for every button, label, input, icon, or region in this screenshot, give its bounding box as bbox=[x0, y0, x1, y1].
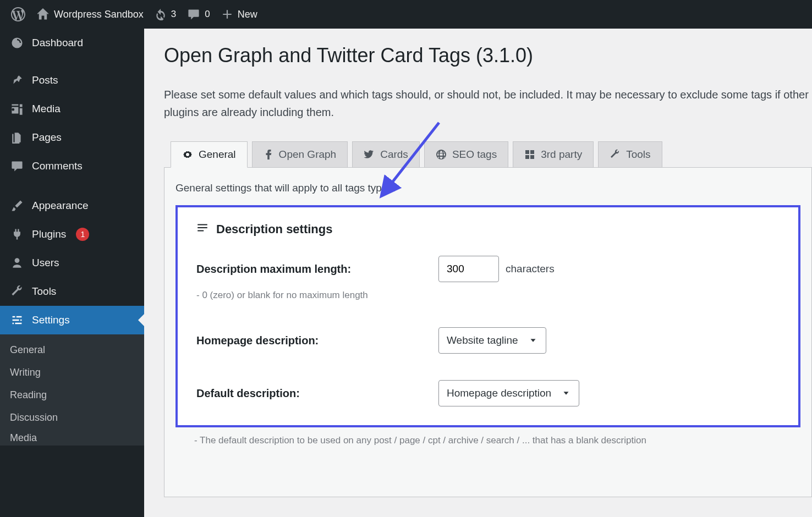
submenu-writing[interactable]: Writing bbox=[0, 361, 144, 384]
section-title: Description settings bbox=[196, 222, 780, 237]
section-title-text: Description settings bbox=[216, 222, 332, 237]
default-desc-value: Homepage description bbox=[447, 387, 551, 399]
tab-seo-tags[interactable]: SEO tags bbox=[424, 141, 508, 168]
sidebar-item-comments[interactable]: Comments bbox=[0, 152, 144, 180]
tab-cards[interactable]: Cards bbox=[352, 141, 420, 168]
tab-label: General bbox=[199, 148, 236, 161]
update-icon bbox=[155, 8, 167, 20]
dashboard-icon bbox=[10, 36, 24, 50]
chevron-down-icon bbox=[561, 388, 571, 398]
tab-3rd-party[interactable]: 3rd party bbox=[513, 141, 594, 168]
lines-icon bbox=[196, 222, 209, 237]
sidebar-item-plugins[interactable]: Plugins 1 bbox=[0, 220, 144, 249]
globe-icon bbox=[436, 149, 447, 160]
wp-logo-item[interactable] bbox=[6, 0, 31, 29]
sidebar-item-settings[interactable]: Settings bbox=[0, 306, 144, 334]
sidebar-item-label: Plugins bbox=[32, 228, 66, 240]
submenu-discussion[interactable]: Discussion bbox=[0, 406, 144, 429]
new-label: New bbox=[238, 9, 257, 20]
brush-icon bbox=[10, 199, 24, 213]
panel-subtitle: General settings that will apply to all … bbox=[175, 182, 800, 194]
tab-label: Open Graph bbox=[279, 148, 337, 161]
tab-general[interactable]: General bbox=[171, 141, 248, 168]
sidebar-item-label: Settings bbox=[32, 314, 70, 326]
sidebar-item-label: Tools bbox=[32, 285, 56, 298]
plugins-badge: 1 bbox=[76, 228, 89, 241]
max-length-input[interactable] bbox=[438, 256, 499, 282]
sidebar-item-tools[interactable]: Tools bbox=[0, 277, 144, 306]
default-desc-row: Default description: Homepage descriptio… bbox=[196, 380, 780, 406]
sidebar-item-dashboard[interactable]: Dashboard bbox=[0, 29, 144, 57]
homepage-desc-label: Homepage description: bbox=[196, 334, 438, 347]
twitter-icon bbox=[364, 149, 375, 160]
submenu-reading[interactable]: Reading bbox=[0, 384, 144, 406]
homepage-desc-select[interactable]: Website tagline bbox=[438, 327, 546, 354]
description-settings-box: Description settings Description maximum… bbox=[175, 205, 800, 427]
tab-open-graph[interactable]: Open Graph bbox=[252, 141, 348, 168]
comments-item[interactable]: 0 bbox=[182, 0, 215, 29]
sidebar-item-label: Users bbox=[32, 257, 59, 269]
sidebar-item-pages[interactable]: Pages bbox=[0, 123, 144, 152]
pin-icon bbox=[10, 73, 24, 87]
sidebar-item-label: Dashboard bbox=[32, 37, 83, 49]
user-icon bbox=[10, 256, 24, 270]
updates-count-label: 3 bbox=[171, 9, 176, 20]
settings-submenu: General Writing Reading Discussion Media bbox=[0, 334, 144, 446]
default-desc-label: Default description: bbox=[196, 387, 438, 400]
default-desc-select[interactable]: Homepage description bbox=[438, 380, 579, 406]
homepage-desc-row: Homepage description: Website tagline bbox=[196, 327, 780, 354]
home-icon bbox=[36, 8, 50, 21]
updates-item[interactable]: 3 bbox=[149, 0, 182, 29]
media-icon bbox=[10, 102, 24, 116]
new-item[interactable]: New bbox=[216, 0, 263, 29]
homepage-desc-value: Website tagline bbox=[447, 334, 518, 346]
submenu-general[interactable]: General bbox=[0, 339, 144, 361]
wrench-icon bbox=[610, 149, 621, 160]
page-title: Open Graph and Twitter Card Tags (3.1.0) bbox=[164, 44, 812, 67]
wordpress-logo-icon bbox=[11, 7, 25, 21]
chevron-down-icon bbox=[528, 336, 538, 345]
sidebar-item-label: Comments bbox=[32, 160, 83, 172]
plug-icon bbox=[10, 227, 24, 241]
tab-tools[interactable]: Tools bbox=[598, 141, 662, 168]
sidebar-item-media[interactable]: Media bbox=[0, 95, 144, 123]
sidebar-item-label: Appearance bbox=[32, 200, 88, 212]
max-length-hint: - 0 (zero) or blank for no maximum lengt… bbox=[196, 290, 626, 301]
site-name-label: Wordpress Sandbox bbox=[54, 9, 144, 20]
page-intro-text: Please set some default values and which… bbox=[164, 86, 812, 121]
comments-count-label: 0 bbox=[205, 9, 210, 20]
sidebar-item-label: Pages bbox=[32, 131, 62, 144]
default-desc-hint: - The default description to be used on … bbox=[194, 435, 800, 446]
grid-icon bbox=[524, 149, 535, 160]
comment-icon bbox=[187, 8, 200, 21]
plus-icon bbox=[221, 8, 233, 20]
admin-toolbar: Wordpress Sandbox 3 0 New bbox=[0, 0, 812, 29]
max-length-unit: characters bbox=[506, 263, 555, 275]
tab-label: 3rd party bbox=[541, 148, 582, 161]
sidebar-item-posts[interactable]: Posts bbox=[0, 66, 144, 95]
admin-sidebar: Dashboard Posts Media Pages Comments App… bbox=[0, 29, 144, 517]
max-length-label: Description maximum length: bbox=[196, 263, 438, 276]
tab-label: Tools bbox=[626, 148, 650, 161]
tab-content-panel: General settings that will apply to all … bbox=[164, 167, 812, 497]
facebook-icon bbox=[264, 150, 273, 160]
tab-label: SEO tags bbox=[452, 148, 497, 161]
sidebar-item-label: Media bbox=[32, 103, 61, 115]
main-content: Open Graph and Twitter Card Tags (3.1.0)… bbox=[144, 29, 812, 517]
pages-icon bbox=[10, 130, 24, 145]
tab-label: Cards bbox=[380, 148, 408, 161]
max-length-row: Description maximum length: characters bbox=[196, 256, 780, 282]
submenu-media[interactable]: Media bbox=[0, 429, 144, 443]
wrench-icon bbox=[10, 284, 24, 299]
gear-icon bbox=[182, 149, 193, 160]
comment-icon bbox=[10, 159, 24, 173]
tab-bar: General Open Graph Cards SEO tags 3rd pa… bbox=[164, 141, 812, 167]
sliders-icon bbox=[10, 313, 24, 327]
sidebar-item-label: Posts bbox=[32, 74, 58, 86]
site-home-item[interactable]: Wordpress Sandbox bbox=[31, 0, 149, 29]
sidebar-item-appearance[interactable]: Appearance bbox=[0, 191, 144, 220]
sidebar-item-users[interactable]: Users bbox=[0, 249, 144, 277]
